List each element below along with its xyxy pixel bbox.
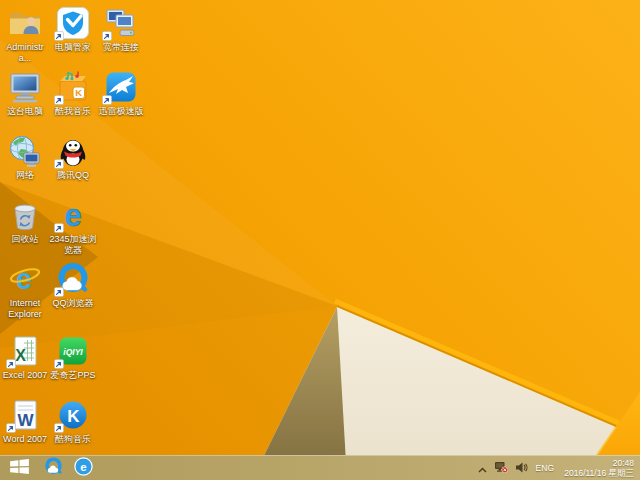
desktop-icon-administrator[interactable]: Administra... — [1, 6, 49, 63]
desktop-icon-label: 2345加速浏 览器 — [49, 234, 97, 255]
desktop-icon-label: Internet Explorer — [1, 298, 49, 319]
desktop-icon-label: 回收站 — [1, 234, 49, 245]
desktop-screen: Administra... 电脑管家 — [0, 0, 640, 480]
desktop-icon-label: QQ浏览器 — [49, 298, 97, 309]
desktop-icon-broadband[interactable]: 宽带连接 — [97, 6, 145, 53]
desktop-icon-label: Administra... — [1, 42, 49, 63]
shortcut-arrow-icon — [54, 423, 64, 433]
svg-text:X: X — [15, 347, 26, 364]
internet-explorer-icon: e — [8, 262, 42, 296]
qq-browser-icon — [56, 262, 90, 296]
desktop-icon-xunlei[interactable]: 迅雷极速版 — [97, 70, 145, 117]
desktop-icon-label: 网络 — [1, 170, 49, 181]
shortcut-arrow-icon — [54, 159, 64, 169]
desktop-icon-label: 酷我音乐 — [49, 106, 97, 117]
desktop-icon-label: 电脑管家 — [49, 42, 97, 53]
kugou-icon: K — [56, 398, 90, 432]
qq-penguin-icon — [56, 134, 90, 168]
shortcut-arrow-icon — [54, 31, 64, 41]
iqiyi-icon: iQIYI — [56, 334, 90, 368]
desktop-icon-network[interactable]: 网络 — [1, 134, 49, 181]
desktop-icon-kuwo-music[interactable]: K 酷我音乐 — [49, 70, 97, 117]
desktop-icon-qq-browser[interactable]: QQ浏览器 — [49, 262, 97, 309]
svg-text:K: K — [67, 407, 80, 426]
desktop-icon-label: 宽带连接 — [97, 42, 145, 53]
shortcut-arrow-icon — [54, 95, 64, 105]
taskbar: e — [0, 455, 640, 480]
shortcut-arrow-icon — [6, 423, 16, 433]
svg-text:K: K — [75, 87, 82, 98]
start-button[interactable] — [0, 456, 38, 480]
shortcut-arrow-icon — [54, 223, 64, 233]
desktop-icon-iqiyi-pps[interactable]: iQIYI 爱奇艺PPS — [49, 334, 97, 381]
word-icon: W — [8, 398, 42, 432]
desktop-icon-this-pc[interactable]: 这台电脑 — [1, 70, 49, 117]
taskbar-clock[interactable]: 20:48 2016/11/16 星期三 — [562, 458, 634, 478]
network-disconnected-icon — [495, 461, 508, 476]
desktop-icon-internet-explorer[interactable]: e Internet Explorer — [1, 262, 49, 319]
desktop-icon-tencent-qq[interactable]: 腾讯QQ — [49, 134, 97, 181]
tray-expand-button[interactable] — [478, 456, 487, 480]
svg-text:iQIYI: iQIYI — [63, 347, 83, 357]
desktop-icon-kugou-music[interactable]: K 酷狗音乐 — [49, 398, 97, 445]
desktop-icon-label: 腾讯QQ — [49, 170, 97, 181]
pc-manager-icon — [56, 6, 90, 40]
clock-date: 2016/11/16 星期三 — [564, 468, 634, 478]
shortcut-arrow-icon — [102, 31, 112, 41]
shortcut-arrow-icon — [102, 95, 112, 105]
system-tray: ENG 20:48 2016/11/16 星期三 — [478, 456, 640, 480]
svg-text:W: W — [17, 411, 34, 430]
svg-text:e: e — [80, 461, 86, 473]
desktop-icon-recycle-bin[interactable]: 回收站 — [1, 198, 49, 245]
taskbar-2345-browser-button[interactable]: e — [68, 456, 98, 480]
shortcut-arrow-icon — [54, 359, 64, 369]
2345-browser-icon: e — [74, 457, 93, 479]
network-globe-icon — [8, 134, 42, 168]
language-indicator[interactable]: ENG — [536, 456, 554, 480]
desktop-icon-label: 酷狗音乐 — [49, 434, 97, 445]
volume-button[interactable] — [516, 456, 528, 480]
kuwo-music-icon: K — [56, 70, 90, 104]
desktop-icon-word-2007[interactable]: W Word 2007 — [1, 398, 49, 445]
desktop-icon-label: 迅雷极速版 — [97, 106, 145, 117]
desktop-icon-label: 爱奇艺PPS — [49, 370, 97, 381]
desktop-icon-label: Excel 2007 — [1, 370, 49, 381]
2345-browser-e-icon: e — [56, 198, 90, 232]
desktop-icon-label: Word 2007 — [1, 434, 49, 445]
user-folder-icon — [8, 6, 42, 40]
desktop-icon-pc-manager[interactable]: 电脑管家 — [49, 6, 97, 53]
broadband-connection-icon — [104, 6, 138, 40]
network-status-button[interactable] — [495, 456, 508, 480]
desktop-icon-2345-browser[interactable]: e 2345加速浏 览器 — [49, 198, 97, 255]
recycle-bin-icon — [8, 198, 42, 232]
chevron-up-icon — [478, 461, 487, 476]
this-pc-icon — [8, 70, 42, 104]
excel-icon: X — [8, 334, 42, 368]
desktop-icon-excel-2007[interactable]: X Excel 2007 — [1, 334, 49, 381]
clock-time: 20:48 — [613, 458, 634, 468]
desktop-icon-label: 这台电脑 — [1, 106, 49, 117]
shortcut-arrow-icon — [54, 287, 64, 297]
taskbar-qq-browser-button[interactable] — [38, 456, 68, 480]
xunlei-bird-icon — [104, 70, 138, 104]
shortcut-arrow-icon — [6, 359, 16, 369]
qq-browser-icon — [44, 457, 63, 479]
windows-logo-icon — [10, 459, 29, 477]
speaker-icon — [516, 461, 528, 476]
svg-text:e: e — [64, 198, 81, 232]
